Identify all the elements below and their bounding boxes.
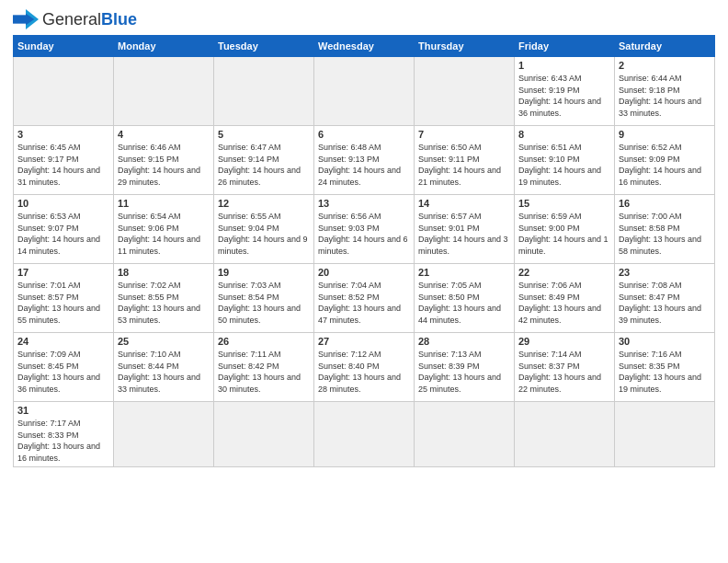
- day-info: Sunrise: 7:01 AM Sunset: 8:57 PM Dayligh…: [17, 280, 109, 326]
- day-number: 29: [518, 336, 610, 347]
- calendar-day-cell: 27Sunrise: 7:12 AM Sunset: 8:40 PM Dayli…: [314, 333, 415, 402]
- logo-text: GeneralBlue: [42, 10, 137, 29]
- day-number: 7: [418, 129, 510, 140]
- calendar-day-cell: 22Sunrise: 7:06 AM Sunset: 8:49 PM Dayli…: [515, 264, 615, 333]
- calendar-day-cell: 9Sunrise: 6:52 AM Sunset: 9:09 PM Daylig…: [615, 126, 715, 195]
- day-info: Sunrise: 7:00 AM Sunset: 8:58 PM Dayligh…: [619, 211, 711, 257]
- day-info: Sunrise: 6:54 AM Sunset: 9:06 PM Dayligh…: [118, 211, 210, 257]
- calendar-day-cell: 4Sunrise: 6:46 AM Sunset: 9:15 PM Daylig…: [114, 126, 214, 195]
- day-number: 14: [418, 198, 510, 209]
- day-number: 28: [418, 336, 510, 347]
- calendar-day-cell: 10Sunrise: 6:53 AM Sunset: 9:07 PM Dayli…: [14, 195, 114, 264]
- calendar-day-cell: [615, 402, 715, 467]
- calendar-day-cell: 25Sunrise: 7:10 AM Sunset: 8:44 PM Dayli…: [114, 333, 214, 402]
- day-number: 5: [218, 129, 310, 140]
- calendar-week-row: 31Sunrise: 7:17 AM Sunset: 8:33 PM Dayli…: [14, 402, 715, 467]
- day-info: Sunrise: 6:43 AM Sunset: 9:19 PM Dayligh…: [518, 73, 610, 119]
- calendar-week-row: 17Sunrise: 7:01 AM Sunset: 8:57 PM Dayli…: [14, 264, 715, 333]
- day-info: Sunrise: 6:47 AM Sunset: 9:14 PM Dayligh…: [218, 142, 310, 188]
- day-number: 15: [518, 198, 610, 209]
- day-number: 17: [17, 267, 109, 278]
- calendar-day-cell: 2Sunrise: 6:44 AM Sunset: 9:18 PM Daylig…: [615, 57, 715, 126]
- weekday-header: Wednesday: [314, 36, 415, 57]
- calendar-day-cell: [314, 57, 415, 126]
- day-info: Sunrise: 7:06 AM Sunset: 8:49 PM Dayligh…: [518, 280, 610, 326]
- day-number: 26: [218, 336, 310, 347]
- calendar-day-cell: 26Sunrise: 7:11 AM Sunset: 8:42 PM Dayli…: [214, 333, 314, 402]
- day-info: Sunrise: 6:53 AM Sunset: 9:07 PM Dayligh…: [17, 211, 109, 257]
- calendar-day-cell: 19Sunrise: 7:03 AM Sunset: 8:54 PM Dayli…: [214, 264, 314, 333]
- day-number: 23: [619, 267, 711, 278]
- calendar-day-cell: [214, 402, 314, 467]
- day-number: 27: [318, 336, 410, 347]
- calendar-day-cell: 29Sunrise: 7:14 AM Sunset: 8:37 PM Dayli…: [515, 333, 615, 402]
- day-number: 9: [619, 129, 711, 140]
- day-number: 8: [518, 129, 610, 140]
- day-info: Sunrise: 6:45 AM Sunset: 9:17 PM Dayligh…: [17, 142, 109, 188]
- calendar-day-cell: [114, 402, 214, 467]
- day-info: Sunrise: 6:55 AM Sunset: 9:04 PM Dayligh…: [218, 211, 310, 257]
- calendar-day-cell: [114, 57, 214, 126]
- calendar-day-cell: [415, 402, 515, 467]
- day-number: 13: [318, 198, 410, 209]
- calendar-table: SundayMondayTuesdayWednesdayThursdayFrid…: [13, 35, 715, 467]
- calendar-day-cell: 12Sunrise: 6:55 AM Sunset: 9:04 PM Dayli…: [214, 195, 314, 264]
- day-number: 10: [17, 198, 109, 209]
- day-number: 20: [318, 267, 410, 278]
- logo-blue: Blue: [101, 10, 137, 29]
- logo-icon: [13, 9, 39, 29]
- page-header: GeneralBlue: [13, 9, 715, 29]
- calendar-day-cell: 3Sunrise: 6:45 AM Sunset: 9:17 PM Daylig…: [14, 126, 114, 195]
- day-info: Sunrise: 7:09 AM Sunset: 8:45 PM Dayligh…: [17, 349, 109, 395]
- day-number: 4: [118, 129, 210, 140]
- svg-rect-0: [13, 15, 26, 23]
- day-number: 11: [118, 198, 210, 209]
- day-info: Sunrise: 7:10 AM Sunset: 8:44 PM Dayligh…: [118, 349, 210, 395]
- day-info: Sunrise: 6:46 AM Sunset: 9:15 PM Dayligh…: [118, 142, 210, 188]
- calendar-day-cell: 7Sunrise: 6:50 AM Sunset: 9:11 PM Daylig…: [415, 126, 515, 195]
- day-info: Sunrise: 7:12 AM Sunset: 8:40 PM Dayligh…: [318, 349, 410, 395]
- day-info: Sunrise: 6:56 AM Sunset: 9:03 PM Dayligh…: [318, 211, 410, 257]
- day-info: Sunrise: 7:13 AM Sunset: 8:39 PM Dayligh…: [418, 349, 510, 395]
- logo-general: General: [42, 10, 101, 29]
- calendar-week-row: 3Sunrise: 6:45 AM Sunset: 9:17 PM Daylig…: [14, 126, 715, 195]
- day-number: 25: [118, 336, 210, 347]
- day-info: Sunrise: 6:50 AM Sunset: 9:11 PM Dayligh…: [418, 142, 510, 188]
- calendar-week-row: 1Sunrise: 6:43 AM Sunset: 9:19 PM Daylig…: [14, 57, 715, 126]
- day-number: 31: [17, 405, 109, 416]
- day-info: Sunrise: 6:44 AM Sunset: 9:18 PM Dayligh…: [619, 73, 711, 119]
- day-number: 16: [619, 198, 711, 209]
- calendar-day-cell: 15Sunrise: 6:59 AM Sunset: 9:00 PM Dayli…: [515, 195, 615, 264]
- calendar-day-cell: 8Sunrise: 6:51 AM Sunset: 9:10 PM Daylig…: [515, 126, 615, 195]
- calendar-day-cell: 6Sunrise: 6:48 AM Sunset: 9:13 PM Daylig…: [314, 126, 415, 195]
- day-number: 19: [218, 267, 310, 278]
- calendar-week-row: 10Sunrise: 6:53 AM Sunset: 9:07 PM Dayli…: [14, 195, 715, 264]
- calendar-day-cell: 16Sunrise: 7:00 AM Sunset: 8:58 PM Dayli…: [615, 195, 715, 264]
- day-number: 24: [17, 336, 109, 347]
- day-number: 3: [17, 129, 109, 140]
- day-info: Sunrise: 7:14 AM Sunset: 8:37 PM Dayligh…: [518, 349, 610, 395]
- day-number: 18: [118, 267, 210, 278]
- weekday-header: Monday: [114, 36, 214, 57]
- day-number: 21: [418, 267, 510, 278]
- day-info: Sunrise: 7:08 AM Sunset: 8:47 PM Dayligh…: [619, 280, 711, 326]
- day-number: 2: [619, 60, 711, 71]
- weekday-header: Friday: [515, 36, 615, 57]
- day-info: Sunrise: 6:52 AM Sunset: 9:09 PM Dayligh…: [619, 142, 711, 188]
- day-info: Sunrise: 7:11 AM Sunset: 8:42 PM Dayligh…: [218, 349, 310, 395]
- logo: GeneralBlue: [13, 9, 137, 29]
- weekday-header: Sunday: [14, 36, 114, 57]
- calendar-day-cell: [415, 57, 515, 126]
- calendar-week-row: 24Sunrise: 7:09 AM Sunset: 8:45 PM Dayli…: [14, 333, 715, 402]
- calendar-day-cell: 5Sunrise: 6:47 AM Sunset: 9:14 PM Daylig…: [214, 126, 314, 195]
- day-number: 22: [518, 267, 610, 278]
- calendar-day-cell: 30Sunrise: 7:16 AM Sunset: 8:35 PM Dayli…: [615, 333, 715, 402]
- day-info: Sunrise: 6:48 AM Sunset: 9:13 PM Dayligh…: [318, 142, 410, 188]
- calendar-day-cell: [14, 57, 114, 126]
- day-info: Sunrise: 7:04 AM Sunset: 8:52 PM Dayligh…: [318, 280, 410, 326]
- day-info: Sunrise: 7:02 AM Sunset: 8:55 PM Dayligh…: [118, 280, 210, 326]
- calendar-day-cell: 1Sunrise: 6:43 AM Sunset: 9:19 PM Daylig…: [515, 57, 615, 126]
- day-info: Sunrise: 7:03 AM Sunset: 8:54 PM Dayligh…: [218, 280, 310, 326]
- day-number: 12: [218, 198, 310, 209]
- calendar-day-cell: 18Sunrise: 7:02 AM Sunset: 8:55 PM Dayli…: [114, 264, 214, 333]
